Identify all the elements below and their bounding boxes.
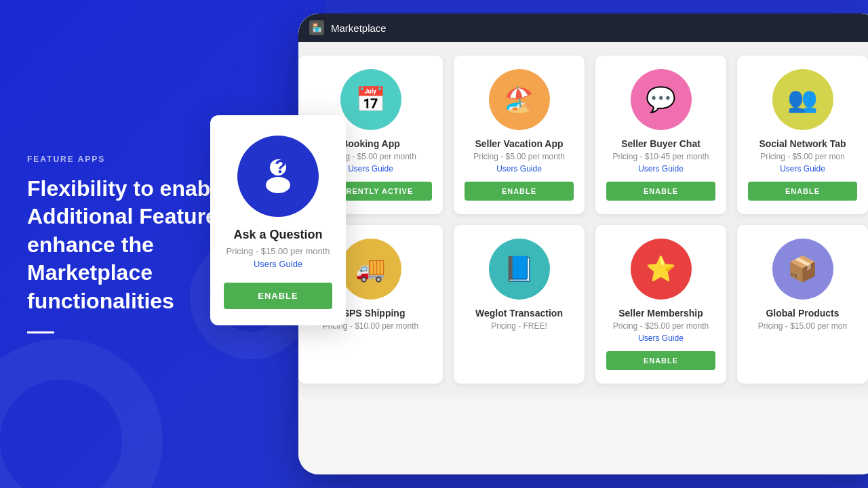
app-card-social: 👥 Social Network Tab Pricing - $5.00 per… xyxy=(737,56,868,214)
vacation-guide[interactable]: Users Guide xyxy=(496,164,542,174)
vacation-enable-btn[interactable]: ENABLE xyxy=(465,182,574,201)
svg-point-1 xyxy=(266,177,290,193)
social-icon: 👥 xyxy=(772,69,833,130)
global-pricing: Pricing - $15.00 per mon xyxy=(758,321,847,331)
marketplace-icon: 🏪 xyxy=(309,20,324,35)
ask-pricing: Pricing - $15.00 per month xyxy=(226,246,330,256)
membership-pricing: Pricing - $25.00 per month xyxy=(613,321,709,331)
membership-guide[interactable]: Users Guide xyxy=(638,333,684,343)
weglot-icon: 📘 xyxy=(489,239,550,300)
global-name: Global Products xyxy=(766,308,839,319)
vacation-pricing: Pricing - $5.00 per month xyxy=(473,152,565,161)
booking-guide[interactable]: Users Guide xyxy=(348,164,393,174)
chat-name: Seller Buyer Chat xyxy=(621,138,701,149)
usps-icon: 🚚 xyxy=(340,239,401,300)
question-mark-icon: ? xyxy=(254,152,302,200)
chat-pricing: Pricing - $10-45 per month xyxy=(612,152,709,161)
tablet-frame: 🏪 Marketplace 📅 Booking App Pricing - $5… xyxy=(298,14,868,474)
usps-name: USPS Shipping xyxy=(336,308,406,319)
app-card-membership: ⭐ Seller Membership Pricing - $25.00 per… xyxy=(595,225,726,384)
chat-enable-btn[interactable]: ENABLE xyxy=(606,182,715,201)
booking-icon: 📅 xyxy=(340,69,401,130)
app-card-weglot: 📘 Weglot Transaction Pricing - FREE! xyxy=(454,225,585,384)
booking-name: Booking App xyxy=(341,138,400,149)
marketplace-grid: 📅 Booking App Pricing - $5.00 per month … xyxy=(298,42,868,397)
ask-name: Ask a Question xyxy=(233,228,322,242)
weglot-pricing: Pricing - FREE! xyxy=(491,321,547,331)
vacation-name: Seller Vacation App xyxy=(475,138,563,149)
heading-divider xyxy=(27,331,54,333)
membership-name: Seller Membership xyxy=(618,308,703,319)
membership-icon: ⭐ xyxy=(631,239,692,300)
social-pricing: Pricing - $5.00 per mon xyxy=(760,152,845,161)
weglot-name: Weglot Transaction xyxy=(475,308,563,319)
ask-enable-btn[interactable]: ENABLE xyxy=(224,283,332,309)
floating-ask-card: ? Ask a Question Pricing - $15.00 per mo… xyxy=(210,115,346,325)
ask-guide[interactable]: Users Guide xyxy=(254,259,302,269)
marketplace-title: Marketplace xyxy=(331,22,387,34)
chat-guide[interactable]: Users Guide xyxy=(638,164,684,174)
chat-icon: 💬 xyxy=(631,69,692,130)
app-card-global: 📦 Global Products Pricing - $15.00 per m… xyxy=(737,225,868,384)
membership-enable-btn[interactable]: ENABLE xyxy=(606,351,715,370)
tablet-wrapper: 🏪 Marketplace 📅 Booking App Pricing - $5… xyxy=(298,14,868,488)
social-name: Social Network Tab xyxy=(759,138,846,149)
ask-icon: ? xyxy=(237,136,319,217)
social-guide[interactable]: Users Guide xyxy=(780,164,825,174)
marketplace-bar: 🏪 Marketplace xyxy=(298,14,868,42)
vacation-icon: 🏖️ xyxy=(489,69,550,130)
app-card-chat: 💬 Seller Buyer Chat Pricing - $10-45 per… xyxy=(595,56,726,214)
app-card-vacation: 🏖️ Seller Vacation App Pricing - $5.00 p… xyxy=(454,56,585,214)
svg-text:?: ? xyxy=(275,156,286,177)
global-icon: 📦 xyxy=(772,239,833,300)
tablet-inner: 🏪 Marketplace 📅 Booking App Pricing - $5… xyxy=(298,14,868,474)
social-enable-btn[interactable]: ENABLE xyxy=(748,182,857,201)
